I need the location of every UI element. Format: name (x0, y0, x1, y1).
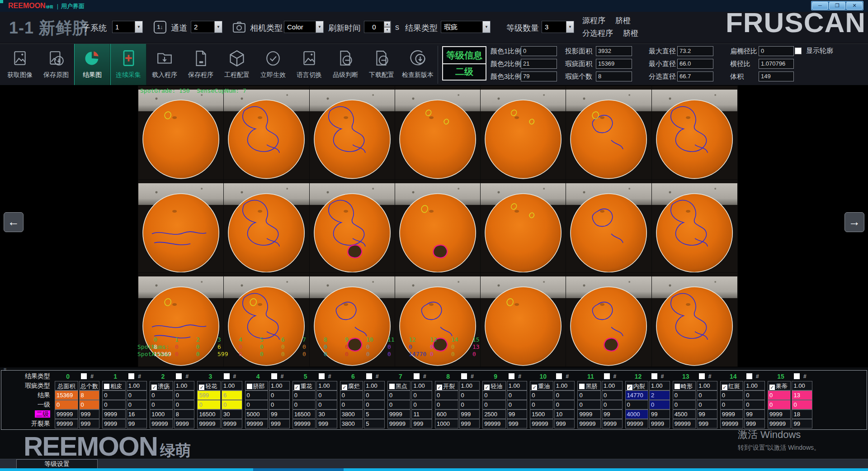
table-cell-grade1[interactable]: 0 (554, 400, 575, 409)
table-cell-crack[interactable]: 99999 (55, 419, 78, 428)
table-cell-grade2[interactable]: 9999 (577, 409, 601, 419)
table-cell-grade2[interactable]: 16 (127, 409, 147, 419)
table-cell-grade2[interactable]: 1000 (150, 409, 173, 419)
toolbar-button-6[interactable]: 保存程序 (183, 44, 219, 86)
table-cell-result[interactable]: 0 (127, 390, 147, 400)
table-cell-crack[interactable]: 99999 (768, 419, 791, 428)
table-cell-result[interactable]: 8 (79, 390, 100, 400)
table-cell-grade1[interactable]: 0 (197, 400, 221, 409)
result-type-select[interactable]: 瑕疵▼ (441, 21, 491, 33)
table-cell-result[interactable]: 13 (792, 390, 812, 400)
table-cell-grade2[interactable]: 4500 (673, 409, 696, 419)
defect-checkbox[interactable]: ✓ (294, 385, 300, 390)
table-cell-result[interactable]: 0 (459, 390, 480, 400)
table-cell-grade2[interactable]: 30 (222, 409, 242, 419)
table-cell-grade1[interactable]: 0 (602, 400, 623, 409)
group-header-checkbox[interactable] (746, 373, 752, 379)
table-cell-grade2[interactable]: 99999 (55, 409, 78, 419)
chevron-down-icon[interactable]: ▼ (316, 21, 323, 33)
toolbar-button-4[interactable]: 连续采集 (110, 44, 146, 86)
group-header-checkbox[interactable] (81, 373, 87, 379)
table-cell-result[interactable]: 0 (364, 390, 385, 400)
table-cell-result[interactable]: 0 (744, 390, 765, 400)
toolbar-button-9[interactable]: 语言切换 (291, 44, 327, 86)
table-cell-grade2[interactable]: 99 (602, 409, 623, 419)
table-cell-crack[interactable]: 99999 (387, 419, 411, 428)
table-cell-crack[interactable]: 999 (269, 419, 290, 428)
defect-weight-cell[interactable]: 1.00 (554, 381, 575, 390)
defect-checkbox[interactable]: ✓ (627, 385, 632, 390)
group-header-checkbox[interactable] (128, 373, 134, 379)
defect-checkbox[interactable]: ✓ (151, 385, 157, 390)
table-cell-grade1[interactable]: 0 (792, 400, 812, 409)
table-cell-grade2[interactable]: 5000 (245, 409, 269, 419)
group-header-checkbox[interactable] (794, 373, 800, 379)
table-cell-crack[interactable]: 999 (697, 419, 717, 428)
table-cell-crack[interactable]: 99999 (245, 419, 269, 428)
group-header-checkbox[interactable] (414, 373, 420, 379)
table-cell-grade2[interactable]: 18 (792, 409, 812, 419)
table-cell-grade1[interactable]: 0 (459, 400, 480, 409)
defect-weight-cell[interactable]: 1.00 (222, 381, 242, 390)
field-value-input[interactable]: 8 (596, 71, 632, 81)
table-cell-grade2[interactable]: 9999 (102, 409, 126, 419)
channel-select[interactable]: 2▼ (191, 21, 222, 33)
table-cell-crack[interactable]: 99999 (292, 419, 316, 428)
table-cell-crack[interactable]: 5 (364, 419, 385, 428)
table-cell-grade1[interactable]: 0 (482, 400, 506, 409)
field-value-input[interactable]: 73.2 (677, 46, 713, 56)
show-contour-checkbox[interactable] (795, 48, 802, 54)
next-page-button[interactable]: → (844, 212, 864, 232)
table-cell-grade2[interactable]: 4000 (625, 409, 649, 419)
toolbar-button-2[interactable]: 保存原图 (38, 44, 74, 86)
table-cell-result[interactable]: 0 (269, 390, 290, 400)
table-cell-grade2[interactable]: 5 (364, 409, 385, 419)
table-cell-result[interactable]: 6 (222, 390, 242, 400)
table-cell-grade2[interactable]: 1500 (530, 409, 553, 419)
defect-weight-cell[interactable]: 1.00 (602, 381, 623, 390)
toolbar-button-5[interactable]: 载入程序 (146, 44, 183, 86)
defect-checkbox[interactable] (104, 384, 109, 389)
refresh-time-spinner[interactable]: 0 ▲▼ (364, 21, 391, 33)
defect-checkbox[interactable] (675, 384, 680, 389)
table-cell-crack[interactable]: 1000 (435, 419, 458, 428)
table-cell-grade1[interactable]: 0 (150, 400, 173, 409)
table-cell-grade2[interactable]: 2500 (482, 409, 506, 419)
table-cell-crack[interactable]: 99999 (150, 419, 173, 428)
table-cell-grade1[interactable]: 0 (768, 400, 791, 409)
table-cell-crack[interactable]: 9999 (102, 419, 126, 428)
table-cell-crack[interactable]: 99999 (197, 419, 221, 428)
table-cell-result[interactable]: 599 (197, 390, 221, 400)
group-header-checkbox[interactable] (366, 373, 372, 379)
table-cell-result[interactable]: 0 (720, 390, 744, 400)
defect-weight-cell[interactable]: 1.00 (649, 381, 670, 390)
table-cell-crack[interactable]: 999 (459, 419, 480, 428)
group-header-checkbox[interactable] (176, 373, 182, 379)
field-value-input[interactable]: 149 (759, 71, 794, 81)
table-cell-grade1[interactable]: 0 (174, 400, 195, 409)
table-cell-crack[interactable]: 99999 (625, 419, 649, 428)
table-cell-grade2[interactable]: 9999 (768, 409, 791, 419)
defect-weight-cell[interactable]: 1.00 (697, 381, 717, 390)
table-cell-grade2[interactable]: 9999 (720, 409, 744, 419)
chevron-down-icon[interactable]: ▼ (214, 21, 222, 33)
table-cell-result[interactable]: 0 (316, 390, 337, 400)
table-cell-result[interactable]: 0 (340, 390, 363, 400)
toolbar-button-10[interactable]: 品级判断 (327, 44, 363, 86)
chevron-down-icon[interactable]: ▼ (482, 21, 490, 33)
table-cell-result[interactable]: 0 (602, 390, 623, 400)
defect-checkbox[interactable] (579, 384, 585, 389)
table-cell-grade1[interactable]: 0 (364, 400, 385, 409)
table-cell-grade1[interactable]: 0 (245, 400, 269, 409)
table-cell-grade1[interactable]: 0 (649, 400, 670, 409)
table-cell-grade2[interactable]: 99 (649, 409, 670, 419)
defect-checkbox[interactable]: ✓ (199, 385, 204, 390)
defect-checkbox[interactable]: ✓ (437, 385, 442, 390)
table-cell-grade2[interactable]: 16500 (197, 409, 221, 419)
table-cell-grade1[interactable]: 0 (744, 400, 765, 409)
table-cell-crack[interactable]: 99999 (577, 419, 601, 428)
table-cell-grade2[interactable]: 11 (411, 409, 432, 419)
defect-checkbox[interactable]: ✓ (484, 385, 490, 390)
table-cell-result[interactable]: 15369 (55, 390, 78, 400)
table-cell-result[interactable]: 0 (507, 390, 528, 400)
